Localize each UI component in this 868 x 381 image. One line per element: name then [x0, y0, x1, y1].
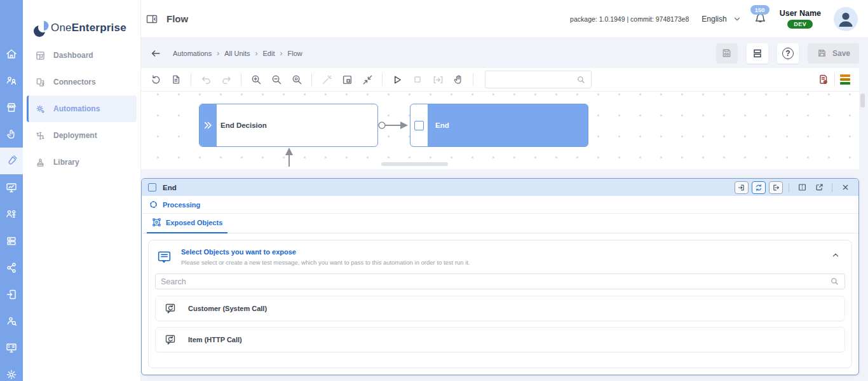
avatar[interactable] [834, 7, 858, 31]
help-button[interactable]: ? [777, 43, 799, 64]
rail-item-user-search[interactable] [0, 308, 23, 335]
node-label: End [428, 104, 449, 146]
rail-item-monitor-code[interactable] [0, 335, 23, 361]
step-into-icon[interactable] [430, 71, 446, 88]
toolbar-divider [382, 73, 383, 86]
gear-icon [5, 368, 18, 381]
object-list: Customer (System Call) Item (HTTP Call) [155, 296, 845, 352]
zoom-in-icon[interactable] [248, 71, 264, 88]
sync-button[interactable] [752, 181, 766, 194]
colored-menu-icon[interactable] [837, 72, 853, 87]
rail-item-people[interactable] [0, 201, 23, 228]
redo-icon[interactable] [218, 71, 234, 88]
user-info: User Name DEV [780, 9, 821, 29]
rail-item-brush[interactable] [0, 148, 23, 174]
sidebar-item-connectors[interactable]: Connectors [27, 69, 137, 95]
breadcrumb-item-all-units[interactable]: All Units [224, 50, 250, 57]
breadcrumb-item-automations[interactable]: Automations [173, 50, 212, 57]
rail-item-server[interactable] [0, 228, 23, 254]
save-label: Save [832, 49, 850, 58]
step-in-button[interactable] [735, 181, 749, 194]
sidebar-item-label: Deployment [53, 131, 97, 140]
rail-item-share[interactable] [0, 254, 23, 281]
step-out-button[interactable] [769, 181, 783, 194]
page-vertical-scrollbar[interactable] [860, 94, 865, 107]
sidebar-item-dashboard[interactable]: Dashboard [27, 42, 137, 69]
sidebar-item-automations[interactable]: Automations [27, 95, 137, 122]
flow-canvas[interactable]: End Decision End [141, 92, 859, 169]
close-panel-button[interactable] [838, 181, 852, 194]
message-sync-icon [164, 302, 177, 315]
list-item-customer[interactable]: Customer (System Call) [155, 296, 845, 321]
save-icon [817, 48, 827, 59]
rail-item-document-export[interactable] [0, 281, 23, 308]
notifications-button[interactable]: 150 [754, 12, 767, 25]
breadcrumb-bar: Automations › All Units › Edit › Flow ? [141, 38, 868, 68]
arrow-enter-icon [737, 183, 746, 192]
rail-item-monitor-chart[interactable] [0, 174, 23, 201]
panel-divider [789, 183, 789, 192]
wand-icon[interactable] [318, 71, 335, 88]
open-external-button[interactable] [812, 181, 826, 194]
notification-count-badge: 150 [750, 5, 770, 15]
search-icon [576, 75, 586, 85]
toolbar-divider [241, 73, 241, 86]
back-button[interactable] [147, 45, 164, 62]
monitor-code-icon [5, 342, 18, 354]
zoom-out-icon[interactable] [268, 71, 285, 88]
node-end[interactable]: End [410, 104, 588, 147]
fit-screen-icon[interactable] [339, 71, 355, 88]
expose-section-title: Select Objects you want to expose [181, 248, 470, 256]
sidebar-item-label: Dashboard [53, 51, 93, 60]
object-search-input[interactable] [161, 277, 830, 286]
breadcrumb-item-flow[interactable]: Flow [287, 50, 302, 57]
canvas-search-input[interactable] [491, 75, 576, 84]
file-icon[interactable] [168, 71, 184, 88]
sidebar-item-deployment[interactable]: Deployment [27, 122, 137, 149]
reload-icon[interactable] [147, 71, 164, 88]
save-button[interactable]: Save [808, 43, 859, 64]
search-icon [830, 277, 839, 286]
language-selector[interactable]: English [702, 15, 740, 24]
document-eye-icon[interactable] [815, 71, 832, 88]
undo-icon[interactable] [198, 71, 214, 88]
logo-text: OneEnterprise [51, 22, 126, 38]
zoom-reset-icon[interactable] [288, 71, 305, 88]
stop-icon[interactable] [409, 71, 426, 88]
hand-pan-icon[interactable] [450, 71, 466, 88]
split-view-button[interactable] [795, 181, 809, 194]
layout-rows-button[interactable] [747, 43, 768, 64]
rows-layout-icon [752, 48, 763, 59]
rail-item-team[interactable] [0, 67, 23, 94]
node-end-decision[interactable]: End Decision [199, 104, 378, 147]
collapse-sidebar-icon[interactable] [144, 11, 160, 27]
deployment-icon [35, 130, 46, 141]
app-window: OneEnterprise Dashboard Connectors Autom… [0, 0, 868, 381]
breadcrumb-item-edit[interactable]: Edit [263, 50, 275, 57]
node-label: End Decision [217, 104, 267, 146]
tab-exposed-objects[interactable]: Exposed Objects [147, 218, 227, 233]
rail-item-store[interactable] [0, 94, 23, 121]
snapshot-button[interactable] [716, 43, 738, 64]
collapse-view-icon[interactable] [359, 71, 376, 88]
rail-item-home[interactable] [0, 41, 23, 67]
rail-item-tap[interactable] [0, 121, 23, 148]
expose-section-header: Select Objects you want to expose Please… [149, 240, 851, 271]
collapse-section-button[interactable] [829, 248, 843, 266]
list-item-item[interactable]: Item (HTTP Call) [155, 327, 845, 352]
sidebar-item-library[interactable]: Library [27, 149, 137, 176]
chevron-down-icon [733, 15, 741, 23]
sidebar-nav: Dashboard Connectors Automations Deploym… [23, 38, 140, 176]
processing-status[interactable]: Processing [142, 196, 858, 214]
close-icon [841, 183, 850, 191]
canvas-horizontal-scrollbar[interactable] [381, 162, 448, 166]
node-strip [410, 104, 428, 146]
store-icon [5, 101, 18, 114]
play-icon[interactable] [389, 71, 405, 88]
question-icon: ? [782, 48, 794, 59]
toolbar-divider [311, 73, 312, 86]
rail-item-settings[interactable] [0, 361, 23, 381]
server-icon [5, 235, 18, 247]
header-right: package: 1.0.1949 | commit: 9748173e8 En… [570, 7, 858, 31]
sidebar-item-label: Library [53, 158, 79, 167]
